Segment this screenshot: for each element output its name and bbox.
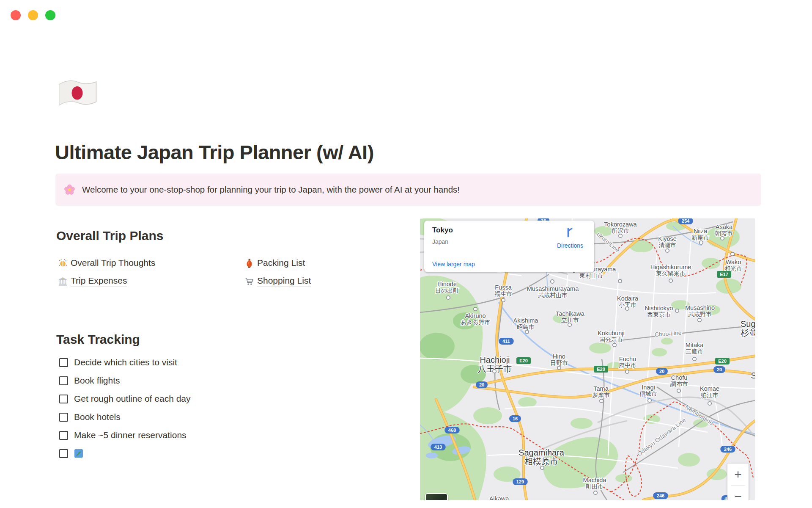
link-label: Overall Trip Thoughts [71, 258, 155, 269]
callout: Welcome to your one-stop-shop for planni… [55, 174, 761, 206]
map-city-marker [731, 252, 734, 256]
page-icon-japan-flag[interactable] [57, 79, 99, 110]
map-city-label-jp: 東村山市 [579, 272, 603, 279]
map-city-marker [618, 279, 622, 283]
callout-text: Welcome to your one-stop-shop for planni… [82, 185, 460, 195]
map-city-label: Kokubunji [598, 330, 625, 337]
road-badge-label: 129 [516, 479, 524, 484]
task-checkbox[interactable] [59, 358, 68, 367]
road-badge-label: 20 [659, 369, 664, 374]
satellite-layer-toggle[interactable] [425, 493, 448, 500]
map-city-marker [693, 357, 696, 361]
zoom-in-button[interactable]: + [727, 464, 749, 485]
map-city-label: Asaka [716, 224, 733, 230]
task-label: Make ~5 dinner reservations [74, 430, 187, 440]
task-checkbox[interactable] [59, 395, 68, 403]
map-city-marker [708, 402, 711, 405]
link-overall-trip-thoughts[interactable]: Overall Trip Thoughts [58, 257, 155, 270]
task-checkbox[interactable] [59, 431, 68, 440]
map-city-marker [594, 491, 597, 494]
window-minimize-button[interactable] [28, 10, 38, 20]
view-larger-map-link[interactable]: View larger map [432, 261, 475, 268]
zoom-out-button[interactable]: − [727, 486, 749, 500]
task-row: Get rough outline of each day [59, 391, 191, 406]
map-city-label-jp: 福生市 [494, 290, 512, 297]
map-city-label: Machida [583, 477, 607, 483]
map-city-label: Sagamihara [518, 448, 565, 457]
cherry-blossom-icon [64, 184, 75, 196]
map-city-label: Tokorozawa [604, 221, 637, 228]
map-city-label: Aikawa [489, 495, 510, 500]
task-row: Decide which cities to visit [59, 355, 177, 370]
task-label: Book hotels [74, 412, 121, 422]
map-city-label: Inagi [642, 384, 655, 391]
road-badge-label: 468 [448, 428, 456, 433]
map-city-label: Wako [726, 259, 741, 265]
google-map-embed[interactable]: ukuro LineChuo LineNambu LineOdakyu Odaw… [420, 218, 755, 500]
map-city-label-jp: 日の出町 [435, 287, 459, 294]
bank-icon [58, 276, 68, 286]
map-city-marker [613, 343, 616, 347]
link-packing-list[interactable]: Packing List [244, 257, 305, 270]
map-city-marker [700, 241, 703, 244]
map-city-marker [600, 399, 603, 403]
map-city-marker [474, 307, 477, 311]
section-heading-trip-plans: Overall Trip Plans [56, 229, 163, 243]
road-badge-label: 20 [479, 382, 484, 387]
map-city-label: Komae [700, 385, 719, 392]
road-badge-label: 246 [657, 493, 664, 498]
task-checkbox[interactable] [59, 449, 68, 458]
map-city-label-jp: 所沢市 [612, 227, 629, 234]
map-city-label: Mitaka [686, 342, 704, 348]
map-city-label: Akiruno [465, 312, 486, 319]
map-city-label: Fuchu [619, 356, 636, 362]
window-close-button[interactable] [11, 10, 21, 20]
link-label: Packing List [257, 258, 305, 269]
directions-fork-icon [563, 225, 577, 238]
map-city-label-jp: 杉並 [740, 328, 755, 337]
map-city-label-jp: 日野市 [550, 359, 568, 366]
section-heading-task-tracking: Task Tracking [56, 332, 140, 347]
map-city-label-jp: 武蔵村山市 [538, 292, 568, 298]
map-city-marker [675, 309, 679, 312]
shopping-cart-icon [244, 276, 254, 286]
map-city-marker [551, 280, 554, 283]
map-city-label-jp: 三鷹市 [686, 348, 703, 355]
road-badge-label: E17 [720, 272, 728, 277]
map-city-label-jp: 東久留米市 [656, 270, 686, 277]
confetti-ball-icon [58, 259, 68, 268]
map-city-marker [669, 279, 672, 282]
map-city-label: Musashimurayama [527, 285, 579, 292]
task-row: Book flights [59, 373, 120, 388]
task-checkbox[interactable] [59, 413, 68, 422]
map-city-label-jp: 立川市 [561, 317, 579, 323]
map-info-card: Tokyo Japan View larger map Directions [424, 221, 594, 272]
link-shopping-list[interactable]: Shopping List [244, 274, 311, 288]
map-city-marker [502, 298, 505, 302]
map-city-marker [625, 370, 629, 373]
map-city-marker [677, 389, 680, 392]
map-city-label: Tachikawa [556, 310, 585, 317]
map-card-title: Tokyo [432, 226, 453, 235]
road-badge-label: E20 [519, 358, 528, 363]
map-city-label-jp: 調布市 [670, 381, 688, 387]
task-checkbox[interactable] [59, 376, 68, 385]
map-city-label: Kiyose [658, 235, 677, 242]
map-city-label: S [751, 371, 755, 380]
map-city-label: Akishima [513, 317, 539, 324]
road-badge-label: E20 [597, 367, 605, 372]
map-city-label: Niiza [694, 228, 708, 235]
map-city-label-jp: 国分寺市 [599, 336, 623, 343]
link-trip-expenses[interactable]: Trip Expenses [58, 274, 127, 288]
link-label: Shopping List [257, 276, 311, 287]
map-city-marker [525, 330, 529, 334]
directions-button[interactable]: Directions [553, 225, 587, 249]
window-zoom-button[interactable] [45, 10, 55, 20]
map-city-label-jp: 多摩市 [592, 392, 610, 398]
task-label: Decide which cities to visit [74, 357, 177, 367]
map-city-label: Chofu [671, 374, 688, 381]
map-city-marker [447, 296, 450, 299]
map-city-label-jp: 和光市 [724, 265, 742, 272]
road-badge-label: 413 [434, 444, 442, 450]
road-badge-label: 254 [682, 218, 690, 224]
